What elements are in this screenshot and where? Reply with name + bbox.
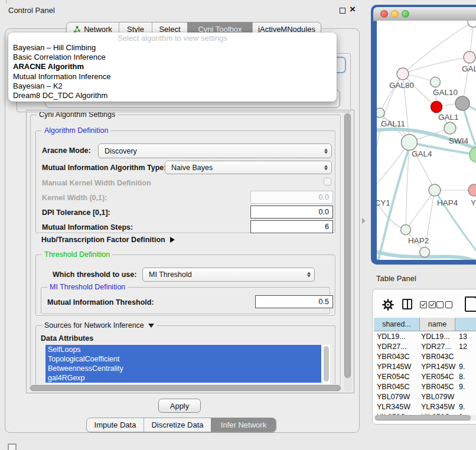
unchecked-boxes-icon[interactable] xyxy=(436,301,452,308)
attribute-item[interactable]: BetweennessCentrality xyxy=(45,364,321,373)
settings-vertical-scrollbar[interactable] xyxy=(344,112,352,392)
network-window-titlebar[interactable] xyxy=(373,7,476,21)
table-row[interactable]: YDL19...YDL19...13 xyxy=(373,332,476,343)
list-scrollbar[interactable] xyxy=(324,346,329,381)
network-canvas[interactable]: GALGAL80GAL10GAL1GAL11GAL4SWI4GCY1HAP4YH… xyxy=(377,21,476,260)
network-node-gal80[interactable] xyxy=(397,68,409,80)
table-panel-title: Table Panel xyxy=(376,274,416,283)
network-node-label: GAL xyxy=(462,64,476,73)
table-row[interactable]: YDR27...YDR27...12 xyxy=(373,343,476,353)
mi-threshold-field[interactable]: 0.5 xyxy=(255,295,333,308)
network-node[interactable] xyxy=(420,247,430,257)
close-icon[interactable]: × xyxy=(350,4,356,15)
network-edge[interactable] xyxy=(377,74,403,260)
attribute-item[interactable]: SelfLoops xyxy=(45,345,321,354)
network-node-swi4[interactable] xyxy=(470,147,476,162)
network-node-gal10[interactable] xyxy=(431,77,441,87)
mi-type-combo[interactable]: Naive Bayes xyxy=(165,161,332,174)
network-node-label: GAL1 xyxy=(438,113,459,122)
attribute-item[interactable]: TopologicalCoefficient xyxy=(45,354,321,364)
tab-discretize-data[interactable]: Discretize Data xyxy=(144,418,211,432)
table-rows: YDL19...YDL19...13YDR27...YDR27...12YBR0… xyxy=(373,332,476,415)
dpi-tolerance-field[interactable]: 0.0 xyxy=(250,206,333,219)
network-edge[interactable] xyxy=(406,190,435,230)
threshold-definition-group: Threshold Definition Which threshold to … xyxy=(35,255,335,316)
algorithm-option[interactable]: Basic Correlation Inference xyxy=(8,53,337,62)
table-row[interactable]: YBR045CYBR045C9. xyxy=(373,383,476,393)
network-node-gal[interactable] xyxy=(464,51,475,63)
which-threshold-combo[interactable]: MI Threshold xyxy=(142,268,315,282)
network-node[interactable] xyxy=(455,96,470,110)
minimized-frame-fragment[interactable] xyxy=(8,444,17,450)
aracne-mode-combo[interactable]: Discovery xyxy=(98,144,332,158)
network-node-y[interactable] xyxy=(468,184,476,196)
network-node-gal1[interactable] xyxy=(431,102,442,113)
manual-kernel-checkbox[interactable] xyxy=(324,178,331,185)
traffic-light-zoom[interactable] xyxy=(402,10,409,18)
network-node-label: HAP2 xyxy=(408,236,429,245)
tab-infer-network[interactable]: Infer Network xyxy=(211,418,276,432)
network-node-label: GAL10 xyxy=(433,88,458,97)
apply-button[interactable]: Apply xyxy=(158,399,201,413)
screen: Control Panel × Network Style Select Cyn… xyxy=(0,0,476,450)
gear-icon[interactable] xyxy=(382,299,394,313)
algorithm-definition-title: Algorithm Definition xyxy=(42,126,110,135)
split-divider-arrow-icon[interactable] xyxy=(362,218,366,224)
network-node-gal11[interactable] xyxy=(377,108,384,118)
checked-boxes-icon[interactable] xyxy=(420,301,436,308)
algorithm-list: Bayesian – Hill ClimbingBasic Correlatio… xyxy=(8,43,337,100)
dropdown-prompt: Select algorithm to view settings xyxy=(8,34,337,43)
network-node-hap2[interactable] xyxy=(401,225,411,235)
tab-infer-network-label: Infer Network xyxy=(221,420,266,429)
algorithm-option[interactable]: Bayesian – Hill Climbing xyxy=(8,43,337,53)
table-row[interactable]: YPR145WYPR145W9. xyxy=(373,363,476,373)
kernel-width-field[interactable]: 0.0 xyxy=(250,191,333,204)
column-header-name[interactable]: name xyxy=(420,318,455,331)
network-node-label: Y xyxy=(471,198,476,207)
mi-steps-field[interactable]: 6 xyxy=(250,220,333,233)
mi-type-value: Naive Bayes xyxy=(171,164,213,172)
split-panel-icon[interactable] xyxy=(402,299,412,309)
network-node[interactable] xyxy=(444,122,456,134)
network-node-label: SWI4 xyxy=(449,136,468,145)
document-icon[interactable] xyxy=(465,296,476,312)
attribute-item[interactable]: gal4RGexp xyxy=(45,373,321,383)
table-cell: 9. xyxy=(459,363,476,371)
network-node-gal4[interactable] xyxy=(402,135,418,151)
network-node-label: GCY1 xyxy=(377,198,390,207)
column-header-shared-name[interactable]: shared... xyxy=(374,318,420,331)
table-horizontal-scrollbar[interactable] xyxy=(374,415,476,421)
table-row[interactable]: YLR345WYLR345W9. xyxy=(373,403,476,413)
column-header-partial[interactable]: A xyxy=(455,318,476,331)
collapse-down-icon xyxy=(148,324,154,328)
table-row[interactable]: YBL079WYBL079W xyxy=(373,393,476,403)
which-threshold-label: Which threshold to use: xyxy=(53,270,136,279)
aracne-mode-label: Aracne Mode: xyxy=(42,146,91,155)
traffic-light-close[interactable] xyxy=(380,10,388,18)
algorithm-option[interactable]: Dream8 DC_TDC Algorithm xyxy=(8,91,337,100)
network-node[interactable] xyxy=(468,21,476,27)
data-attributes-label: Data Attributes xyxy=(41,334,93,343)
mi-steps-label: Mutual Information Steps: xyxy=(42,223,133,231)
sources-group-title[interactable]: Sources for Network Inference xyxy=(42,321,157,330)
float-icon[interactable] xyxy=(340,8,345,14)
table-cell: 9. xyxy=(459,403,476,411)
network-graph: GALGAL80GAL10GAL1GAL11GAL4SWI4GCY1HAP4YH… xyxy=(377,21,476,260)
network-window: GALGAL80GAL10GAL1GAL11GAL4SWI4GCY1HAP4YH… xyxy=(371,5,476,265)
table-cell: YER054C xyxy=(377,373,418,381)
network-node-hap4[interactable] xyxy=(429,184,441,196)
algorithm-option[interactable]: Mutual Information Inference xyxy=(8,72,337,81)
network-edge[interactable] xyxy=(377,142,409,191)
table-cell: YPR145W xyxy=(421,363,458,371)
algorithm-option[interactable]: Bayesian – K2 xyxy=(8,81,337,91)
table-row[interactable]: YER054CYER054C8. xyxy=(373,373,476,383)
algorithm-option[interactable]: ARACNE Algorithm xyxy=(8,62,337,71)
cyni-settings-group: Cyni Algorithm Settings Algorithm Defini… xyxy=(30,115,341,387)
table-cell: YBL079W xyxy=(421,393,458,401)
settings-horizontal-scrollbar[interactable] xyxy=(29,384,342,392)
tab-impute-data[interactable]: Impute Data xyxy=(87,418,144,432)
traffic-light-minimize[interactable] xyxy=(391,10,399,18)
hub-definition-toggle[interactable]: Hub/Transcription Factor Definition xyxy=(41,236,175,244)
table-row[interactable]: YBR043CYBR043C xyxy=(373,353,476,363)
dpi-tolerance-label: DPI Tolerance [0,1]: xyxy=(42,208,110,217)
